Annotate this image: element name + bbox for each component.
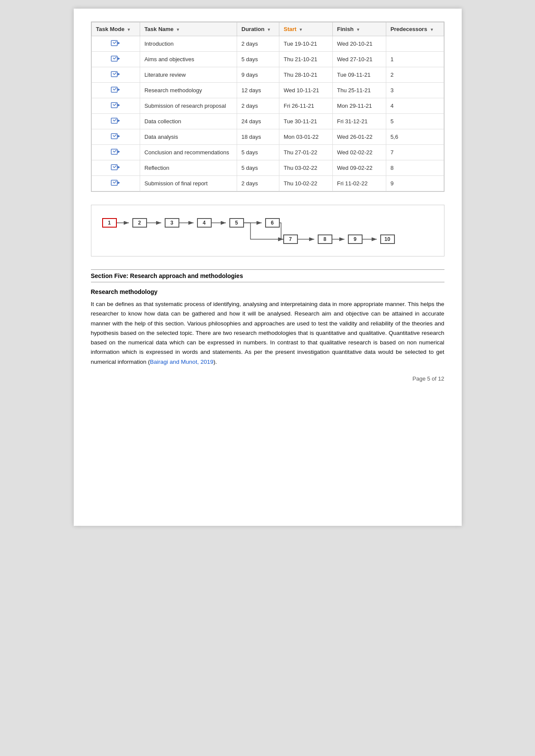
col-header-finish[interactable]: Finish ▾ [332, 22, 386, 36]
task-mode-icon [111, 148, 120, 155]
table-row: Research methodology12 daysWed 10-11-21T… [91, 83, 444, 98]
task-mode-cell [91, 52, 140, 67]
network-node-6: 6 [265, 218, 280, 228]
task-mode-icon [111, 117, 120, 124]
task-mode-icon [111, 55, 120, 62]
table-body: Introduction2 daysTue 19-10-21Wed 20-10-… [91, 36, 444, 191]
network-node-8: 8 [318, 234, 332, 244]
start-cell: Tue 30-11-21 [279, 114, 333, 129]
duration-cell: 5 days [237, 145, 279, 160]
task-mode-icon [111, 102, 120, 109]
col-header-duration[interactable]: Duration ▾ [237, 22, 279, 36]
start-cell: Fri 26-11-21 [279, 98, 333, 114]
sort-arrow-finish: ▾ [357, 27, 359, 32]
table-row: Aims and objectives5 daysThu 21-10-21Wed… [91, 52, 444, 67]
duration-cell: 12 days [237, 83, 279, 98]
predecessors-cell: 9 [386, 176, 444, 191]
table-row: Introduction2 daysTue 19-10-21Wed 20-10-… [91, 36, 444, 52]
table-row: Data analysis18 daysMon 03-01-22Wed 26-0… [91, 129, 444, 145]
start-cell: Tue 19-10-21 [279, 36, 333, 52]
task-name-cell: Data analysis [140, 129, 237, 145]
task-mode-cell [91, 98, 140, 114]
task-mode-icon [111, 179, 120, 186]
col-header-predecessors[interactable]: Predecessors ▾ [386, 22, 444, 36]
table-row: Reflection5 daysThu 03-02-22Wed 09-02-22… [91, 160, 444, 176]
start-cell: Thu 10-02-22 [279, 176, 333, 191]
task-name-cell: Submission of final report [140, 176, 237, 191]
table-row: Literature review9 daysThu 28-10-21Tue 0… [91, 67, 444, 83]
duration-cell: 2 days [237, 176, 279, 191]
start-cell: Thu 27-01-22 [279, 145, 333, 160]
network-diagram: 12345678910 [91, 205, 444, 256]
task-name-cell: Introduction [140, 36, 237, 52]
predecessors-cell: 8 [386, 160, 444, 176]
network-node-4: 4 [197, 218, 212, 228]
sort-arrow-predecessors: ▾ [431, 27, 433, 32]
duration-cell: 2 days [237, 36, 279, 52]
start-cell: Thu 28-10-21 [279, 67, 333, 83]
task-name-cell: Research methodology [140, 83, 237, 98]
network-node-3: 3 [165, 218, 179, 228]
network-diagram-inner: 12345678910 [98, 214, 400, 248]
network-node-7: 7 [283, 234, 298, 244]
network-node-9: 9 [348, 234, 363, 244]
predecessors-cell: 1 [386, 52, 444, 67]
sort-arrow-task-name: ▾ [177, 27, 179, 32]
predecessors-cell: 5 [386, 114, 444, 129]
task-mode-icon [111, 71, 120, 78]
network-node-10: 10 [380, 234, 395, 244]
network-node-1: 1 [102, 218, 117, 228]
finish-cell: Wed 26-01-22 [332, 129, 386, 145]
sort-arrow-duration: ▾ [268, 27, 270, 32]
predecessors-cell: 3 [386, 83, 444, 98]
task-mode-cell [91, 129, 140, 145]
table-row: Data collection24 daysTue 30-11-21Fri 31… [91, 114, 444, 129]
task-mode-cell [91, 83, 140, 98]
task-name-cell: Literature review [140, 67, 237, 83]
task-mode-cell [91, 145, 140, 160]
col-header-start[interactable]: Start ▾ [279, 22, 333, 36]
task-mode-icon [111, 86, 120, 93]
task-mode-icon [111, 133, 120, 140]
predecessors-cell: 4 [386, 98, 444, 114]
finish-cell: Mon 29-11-21 [332, 98, 386, 114]
sort-arrow-task-mode: ▾ [128, 27, 130, 32]
task-name-cell: Aims and objectives [140, 52, 237, 67]
finish-cell: Wed 09-02-22 [332, 160, 386, 176]
task-name-cell: Data collection [140, 114, 237, 129]
citation: Bairagi and Munot, 2019 [150, 359, 213, 365]
gantt-table-container: Task Mode ▾ Task Name ▾ Duration ▾ Start… [91, 22, 444, 192]
task-mode-cell [91, 67, 140, 83]
body-text-content: It can be defines as that systematic pro… [91, 301, 444, 365]
table-row: Submission of research proposal2 daysFri… [91, 98, 444, 114]
task-mode-cell [91, 36, 140, 52]
body-text: It can be defines as that systematic pro… [91, 300, 444, 367]
col-header-task-mode[interactable]: Task Mode ▾ [91, 22, 140, 36]
finish-cell: Tue 09-11-21 [332, 67, 386, 83]
start-cell: Mon 03-01-22 [279, 129, 333, 145]
finish-cell: Wed 20-10-21 [332, 36, 386, 52]
task-mode-icon [111, 40, 120, 47]
table-header-row: Task Mode ▾ Task Name ▾ Duration ▾ Start… [91, 22, 444, 36]
section-title: Section Five: Research approach and meth… [91, 269, 444, 282]
network-node-2: 2 [132, 218, 147, 228]
body-text-end: ). [213, 359, 217, 365]
duration-cell: 24 days [237, 114, 279, 129]
duration-cell: 2 days [237, 98, 279, 114]
finish-cell: Thu 25-11-21 [332, 83, 386, 98]
predecessors-cell: 2 [386, 67, 444, 83]
start-cell: Wed 10-11-21 [279, 83, 333, 98]
duration-cell: 18 days [237, 129, 279, 145]
page: Task Mode ▾ Task Name ▾ Duration ▾ Start… [74, 9, 462, 526]
duration-cell: 5 days [237, 52, 279, 67]
start-cell: Thu 03-02-22 [279, 160, 333, 176]
task-mode-cell [91, 114, 140, 129]
task-mode-cell [91, 176, 140, 191]
finish-cell: Wed 02-02-22 [332, 145, 386, 160]
duration-cell: 9 days [237, 67, 279, 83]
subsection-title: Research methodology [91, 288, 444, 295]
col-header-task-name[interactable]: Task Name ▾ [140, 22, 237, 36]
finish-cell: Fri 31-12-21 [332, 114, 386, 129]
task-mode-icon [111, 164, 120, 171]
start-cell: Thu 21-10-21 [279, 52, 333, 67]
